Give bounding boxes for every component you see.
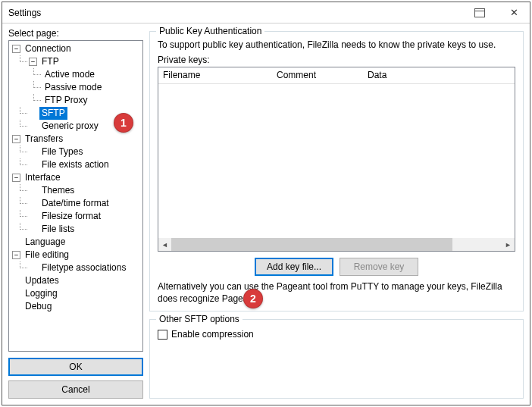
ok-button[interactable]: OK (8, 358, 143, 376)
callout-1: 1 (114, 113, 133, 133)
tree-item-ftp-proxy[interactable]: FTP Proxy (9, 94, 142, 107)
select-page-label: Select page: (8, 28, 143, 39)
tree-item-active-mode[interactable]: Active mode (9, 68, 142, 81)
private-keys-list[interactable]: Filename Comment Data ◄ ► (158, 67, 515, 252)
settings-window: Settings ✕ Select page: −Connection −FTP… (2, 2, 530, 405)
page-tree[interactable]: −Connection −FTP Active mode Passive mod… (8, 40, 143, 352)
public-key-group: Public Key Authentication To support pub… (149, 31, 524, 312)
enable-compression-label: Enable compression (171, 329, 254, 340)
titlebar: Settings ✕ (2, 2, 530, 23)
left-panel: Select page: −Connection −FTP Active mod… (8, 28, 143, 399)
dialog-body: Select page: −Connection −FTP Active mod… (2, 23, 530, 405)
scroll-track[interactable] (171, 238, 502, 251)
group-title: Public Key Authentication (156, 26, 264, 36)
horizontal-scrollbar[interactable]: ◄ ► (158, 238, 515, 251)
other-sftp-group: Other SFTP options Enable compression (149, 319, 524, 399)
tree-item-passive-mode[interactable]: Passive mode (9, 81, 142, 94)
enable-compression-row[interactable]: Enable compression (158, 329, 515, 340)
tree-item-connection[interactable]: −Connection (9, 42, 142, 55)
column-comment[interactable]: Comment (272, 67, 363, 83)
group-title: Other SFTP options (156, 314, 243, 324)
private-keys-label: Private keys: (158, 55, 515, 65)
list-header: Filename Comment Data (158, 67, 515, 84)
tree-item-file-editing[interactable]: −File editing (9, 249, 142, 261)
collapse-icon[interactable]: − (12, 174, 20, 182)
restore-icon (474, 8, 485, 17)
tree-item-updates[interactable]: Updates (9, 274, 142, 287)
remove-key-button: Remove key (340, 258, 418, 276)
tree-item-logging[interactable]: Logging (9, 287, 142, 300)
tree-item-filetype-assoc[interactable]: Filetype associations (9, 261, 142, 274)
scroll-thumb[interactable] (171, 238, 452, 251)
list-body[interactable] (158, 84, 515, 238)
collapse-icon[interactable]: − (12, 135, 20, 143)
tree-item-file-exists[interactable]: File exists action (9, 158, 142, 171)
add-key-button[interactable]: Add key file... (255, 258, 333, 276)
collapse-icon[interactable]: − (29, 58, 37, 66)
group-description: To support public key authentication, Fi… (158, 39, 515, 50)
alt-text: Alternatively you can use the Pageant to… (158, 280, 515, 305)
close-button[interactable]: ✕ (498, 2, 530, 23)
callout-2: 2 (243, 289, 263, 308)
window-title: Settings (8, 8, 466, 18)
collapse-icon[interactable]: − (12, 251, 20, 259)
key-actions: Add key file... Remove key (158, 258, 515, 276)
right-panel: Public Key Authentication To support pub… (149, 28, 524, 399)
column-data[interactable]: Data (363, 67, 515, 83)
tree-item-language[interactable]: Language (9, 236, 142, 249)
tree-item-transfers[interactable]: −Transfers (9, 133, 142, 146)
column-filename[interactable]: Filename (158, 67, 272, 83)
scroll-right-icon[interactable]: ► (502, 238, 515, 251)
tree-item-filesize[interactable]: Filesize format (9, 210, 142, 223)
tree-item-themes[interactable]: Themes (9, 184, 142, 197)
tree-item-debug[interactable]: Debug (9, 300, 142, 313)
tree-item-datetime[interactable]: Date/time format (9, 197, 142, 210)
enable-compression-checkbox[interactable] (158, 330, 167, 340)
collapse-icon[interactable]: − (12, 45, 20, 53)
cancel-button[interactable]: Cancel (8, 380, 143, 399)
close-icon: ✕ (510, 7, 518, 18)
tree-item-file-types[interactable]: File Types (9, 146, 142, 158)
scroll-left-icon[interactable]: ◄ (158, 238, 171, 251)
tree-item-filelists[interactable]: File lists (9, 223, 142, 236)
tree-item-interface[interactable]: −Interface (9, 171, 142, 184)
restore-button[interactable] (466, 2, 498, 23)
tree-item-ftp[interactable]: −FTP (9, 55, 142, 68)
dialog-buttons: OK Cancel (8, 358, 143, 399)
